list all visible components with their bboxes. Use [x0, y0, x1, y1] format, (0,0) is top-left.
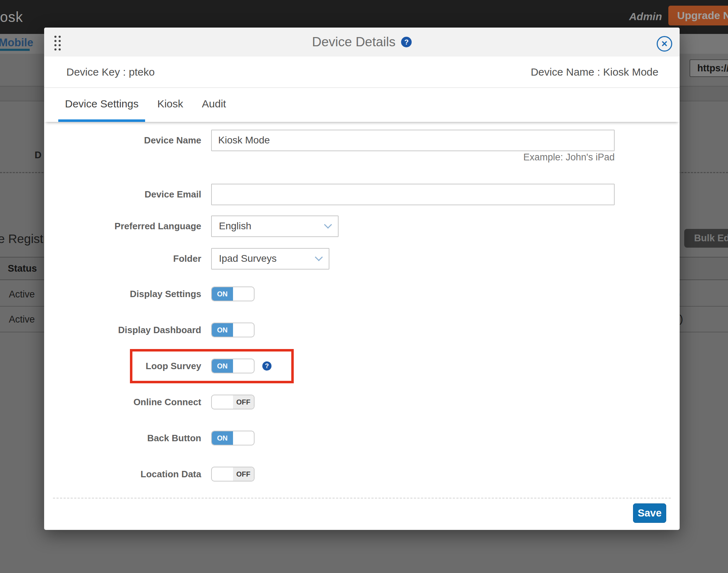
toggle-knob	[212, 395, 233, 409]
device-details-modal: Device Details ? ✕ Device Key : pteko De…	[44, 28, 680, 530]
display-settings-toggle[interactable]: ON	[211, 286, 255, 301]
online-connect-toggle[interactable]: OFF	[211, 395, 255, 409]
upgrade-now-button[interactable]: Upgrade Now	[668, 6, 728, 25]
modal-subheader: Device Key : pteko Device Name : Kiosk M…	[44, 57, 680, 88]
back-button-toggle[interactable]: ON	[211, 431, 255, 445]
preferred-language-value: English	[219, 220, 251, 232]
device-name-row: Device Name	[44, 129, 615, 151]
title-help-icon[interactable]: ?	[401, 37, 412, 47]
folder-value: Ipad Surveys	[219, 253, 276, 264]
display-dashboard-toggle[interactable]: ON	[211, 323, 255, 337]
close-icon[interactable]: ✕	[657, 36, 672, 52]
toggle-knob	[233, 431, 254, 445]
tab-device-settings[interactable]: Device Settings	[58, 88, 145, 122]
modal-title: Device Details	[312, 35, 395, 49]
toggle-state-text: ON	[212, 323, 233, 337]
folder-select[interactable]: Ipad Surveys	[211, 248, 329, 270]
device-name-text: Device Name : Kiosk Mode	[531, 66, 658, 78]
page: osk Admin Upgrade Now Mobile D e Registr…	[0, 0, 728, 573]
loop-survey-row: Loop Survey ON ?	[44, 355, 271, 377]
device-email-label: Device Email	[44, 189, 201, 200]
device-name-input[interactable]	[211, 130, 615, 151]
preferred-language-select[interactable]: English	[211, 215, 339, 237]
toggle-knob	[233, 323, 254, 337]
device-name-label: Device Name	[44, 135, 201, 146]
display-settings-label: Display Settings	[44, 289, 201, 300]
device-key-text: Device Key : pteko	[66, 66, 155, 78]
display-dashboard-label: Display Dashboard	[44, 325, 201, 336]
online-connect-label: Online Connect	[44, 397, 201, 408]
device-email-row: Device Email	[44, 183, 615, 205]
preferred-language-label: Preferred Language	[44, 221, 201, 232]
preferred-language-row: Preferred Language English	[44, 215, 339, 237]
toggle-state-text: ON	[212, 287, 233, 301]
toggle-knob	[233, 287, 254, 301]
loop-survey-label: Loop Survey	[44, 361, 201, 372]
tab-audit[interactable]: Audit	[195, 88, 233, 122]
toggle-state-text: OFF	[233, 467, 254, 481]
back-button-row: Back Button ON	[44, 427, 255, 449]
toggle-knob	[233, 359, 254, 373]
folder-row: Folder Ipad Surveys	[44, 248, 329, 270]
app-logo: osk	[0, 9, 23, 25]
loop-survey-help-icon[interactable]: ?	[262, 361, 271, 371]
footer-dashed-divider	[53, 498, 671, 498]
back-button-label: Back Button	[44, 433, 201, 444]
display-dashboard-row: Display Dashboard ON	[44, 319, 255, 341]
tab-kiosk[interactable]: Kiosk	[150, 88, 190, 122]
location-data-row: Location Data OFF	[44, 463, 255, 485]
admin-link[interactable]: Admin	[629, 11, 662, 23]
folder-label: Folder	[44, 253, 201, 264]
device-name-helper: Example: John's iPad	[211, 152, 615, 163]
loop-survey-toggle[interactable]: ON	[211, 359, 255, 373]
chevron-down-icon	[315, 253, 323, 261]
modal-tab-bar: Device Settings Kiosk Audit	[44, 88, 680, 122]
drag-handle-icon[interactable]	[54, 36, 61, 51]
location-data-label: Location Data	[44, 469, 201, 480]
toggle-knob	[212, 467, 233, 481]
toggle-state-text: ON	[212, 359, 233, 373]
toggle-state-text: ON	[212, 431, 233, 445]
online-connect-row: Online Connect OFF	[44, 391, 255, 413]
toggle-state-text: OFF	[233, 395, 254, 409]
location-data-toggle[interactable]: OFF	[211, 467, 255, 482]
chevron-down-icon	[324, 221, 332, 229]
modal-header: Device Details ? ✕	[44, 28, 680, 57]
device-email-input[interactable]	[211, 184, 615, 205]
save-button[interactable]: Save	[633, 503, 666, 523]
display-settings-row: Display Settings ON	[44, 283, 255, 305]
